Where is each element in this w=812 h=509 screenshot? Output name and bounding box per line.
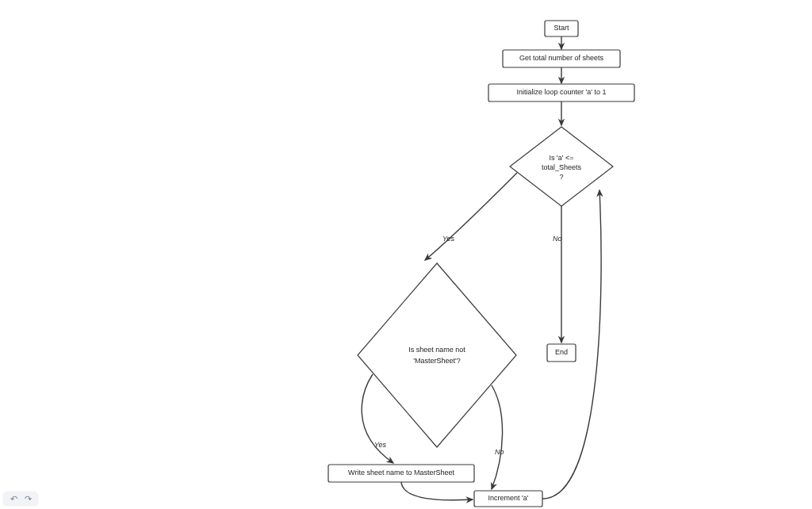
node-increment: Increment 'a' <box>474 491 542 507</box>
node-init: Initialize loop counter 'a' to 1 <box>488 84 634 101</box>
node-cond1: Is 'a' <= total_Sheets ? <box>510 127 613 206</box>
node-get-total: Get total number of sheets <box>503 50 620 67</box>
edge-cond2-no <box>492 385 503 489</box>
undo-icon[interactable]: ↶ <box>8 493 19 504</box>
label-write: Write sheet name to MasterSheet <box>348 469 454 476</box>
svg-marker-5 <box>358 263 516 447</box>
label-cond1-no: No <box>553 235 562 243</box>
label-init: Initialize loop counter 'a' to 1 <box>516 88 606 96</box>
label-cond1-line3: ? <box>559 173 563 181</box>
label-start: Start <box>553 24 569 32</box>
label-cond2-no: No <box>495 448 504 456</box>
label-get-total: Get total number of sheets <box>519 54 604 62</box>
label-cond1-line1: Is 'a' <= <box>550 154 574 162</box>
label-cond1-line2: total_Sheets <box>542 163 582 171</box>
node-end: End <box>547 344 576 362</box>
redo-icon[interactable]: ↷ <box>22 493 33 504</box>
label-cond2-line1: Is sheet name not <box>408 346 465 354</box>
node-start: Start <box>545 21 578 36</box>
label-end: End <box>555 348 568 356</box>
history-toolbar: ↶ ↷ <box>3 492 38 506</box>
label-increment: Increment 'a' <box>488 494 529 502</box>
label-cond1-yes: Yes <box>442 235 455 243</box>
flowchart-canvas: Start Get total number of sheets Initial… <box>0 0 812 509</box>
label-cond2-yes: Yes <box>374 441 387 449</box>
node-cond2: Is sheet name not 'MasterSheet'? <box>358 263 516 447</box>
label-cond2-line2: 'MasterSheet'? <box>413 357 460 365</box>
edge-cond1-yes <box>425 173 517 260</box>
edge-write-to-increment <box>401 482 473 500</box>
node-write: Write sheet name to MasterSheet <box>328 465 474 482</box>
